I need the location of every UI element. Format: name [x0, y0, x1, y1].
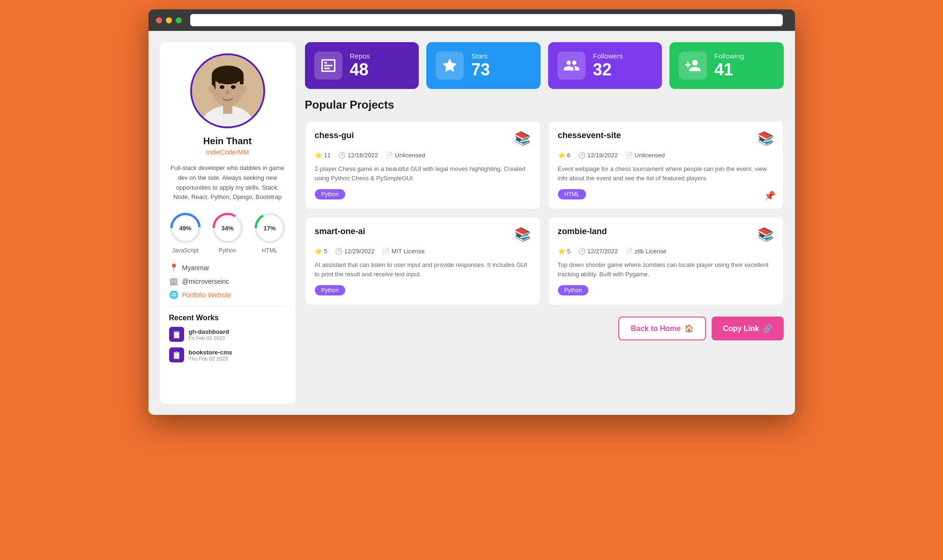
stats-row: Repos 48 Stars 73 [305, 42, 784, 89]
following-label: Following [714, 52, 744, 60]
project-card-chessevent[interactable]: chessevent-site 📚 ⭐ 6 🕐 12/18/2022 [548, 121, 784, 209]
project-icon-zombie: 📚 [757, 227, 774, 242]
tag-zombie: Python [558, 285, 588, 295]
divider [169, 306, 286, 306]
stat-followers[interactable]: Followers 32 [548, 42, 662, 89]
projects-title: Popular Projects [305, 98, 394, 111]
license-val-chessevent: Unlicensed [635, 152, 665, 159]
clock-icon-chess-gui: 🕐 [338, 152, 346, 159]
date-zombie: 🕐 12/27/2022 [578, 248, 618, 255]
skill-javascript: 49% JavaScript [169, 212, 202, 254]
action-buttons: Back to Home 🏠 Copy Link 🔗 [305, 317, 784, 340]
stars-val-chess-gui: 11 [324, 152, 331, 159]
date-val-zombie: 12/27/2022 [587, 248, 618, 255]
skill-label-py: Python [219, 247, 236, 254]
location-text: Myanmar [182, 264, 209, 272]
star-icon-zombie: ⭐ [558, 248, 565, 255]
recent-works-title: Recent Works [169, 314, 286, 322]
project-name-zombie: zombie-land [558, 227, 607, 236]
star-icon-smart-ai: ⭐ [315, 248, 322, 255]
tag-chess-gui: Python [315, 189, 345, 199]
stat-repos[interactable]: Repos 48 [305, 42, 419, 89]
copy-label: Copy Link [723, 324, 759, 333]
project-meta-smart-ai: ⭐ 5 🕐 12/29/2022 📄 MIT License [315, 248, 531, 255]
followers-icon [557, 52, 586, 80]
org-row: 🏢 @microverseinc [169, 277, 286, 286]
project-icon-chessevent: 📚 [757, 131, 774, 146]
projects-section-header: Popular Projects [305, 98, 784, 111]
star-icon-chess-gui: ⭐ [315, 152, 322, 159]
project-header-chess-gui: chess-gui 📚 [315, 131, 531, 146]
following-value: 41 [714, 60, 744, 80]
work-info-bookstore: bookstore-cms Thu Feb 02 2023 [189, 349, 232, 361]
clock-icon-chessevent: 🕐 [578, 152, 586, 159]
stars-val-smart-ai: 5 [324, 248, 327, 255]
clock-icon-zombie: 🕐 [578, 248, 586, 255]
project-card-zombie[interactable]: zombie-land 📚 ⭐ 5 🕐 12/27/2022 [548, 217, 784, 305]
stat-info-repos: Repos 48 [350, 52, 370, 80]
clock-icon-smart-ai: 🕐 [335, 248, 342, 255]
link-icon: 🔗 [763, 324, 772, 333]
license-val-chess-gui: Unlicensed [395, 152, 425, 159]
stars-smart-ai: ⭐ 5 [315, 248, 327, 255]
date-val-chess-gui: 12/18/2022 [348, 152, 378, 159]
project-name-chessevent: chessevent-site [558, 131, 621, 140]
user-name: Hein Thant [203, 136, 252, 147]
stars-icon [436, 52, 464, 80]
stat-following[interactable]: Following 41 [669, 42, 784, 89]
close-dot[interactable] [156, 17, 162, 23]
portfolio-link[interactable]: Portfolio Website [182, 291, 232, 299]
minimize-dot[interactable] [166, 17, 172, 23]
work-name-gh: gh-dashboard [189, 328, 230, 335]
skill-html: 17% HTML [253, 212, 286, 254]
skill-circle-py: 34% [211, 212, 244, 244]
license-val-zombie: zlib License [635, 248, 667, 255]
date-val-chessevent: 12/18/2022 [587, 152, 618, 159]
avatar [190, 53, 265, 128]
skills-container: 49% JavaScript 34% Python [169, 212, 286, 254]
svg-rect-6 [240, 75, 244, 84]
project-icon-chess-gui: 📚 [514, 131, 531, 146]
main-area: Repos 48 Stars 73 [305, 42, 784, 404]
project-header-chessevent: chessevent-site 📚 [558, 131, 774, 146]
back-to-home-button[interactable]: Back to Home 🏠 [618, 317, 706, 340]
license-icon-chessevent: 📄 [625, 152, 633, 159]
project-name-smart-ai: smart-one-ai [315, 227, 365, 236]
copy-link-button[interactable]: Copy Link 🔗 [712, 317, 783, 340]
project-desc-smart-ai: AI assistant that can listen to user inp… [315, 260, 531, 279]
titlebar [149, 9, 795, 31]
stars-chessevent: ⭐ 6 [558, 152, 571, 159]
stat-info-stars: Stars 73 [471, 52, 490, 80]
globe-icon: 🌐 [169, 290, 178, 299]
project-name-chess-gui: chess-gui [315, 131, 354, 140]
url-bar[interactable] [190, 14, 783, 26]
star-icon-chessevent: ⭐ [558, 152, 565, 159]
stars-val-zombie: 5 [567, 248, 571, 255]
license-chessevent: 📄 Unlicensed [625, 152, 665, 159]
svg-point-8 [231, 85, 236, 89]
maximize-dot[interactable] [176, 17, 182, 23]
project-desc-zombie: Top down shooter game where zombies can … [558, 260, 774, 279]
project-card-chess-gui[interactable]: chess-gui 📚 ⭐ 11 🕐 12/18/2022 [305, 121, 541, 209]
stars-zombie: ⭐ 5 [558, 248, 571, 255]
project-card-smart-ai[interactable]: smart-one-ai 📚 ⭐ 5 🕐 12/29/2022 [305, 217, 541, 305]
user-handle: IndieCoderMM [206, 148, 249, 156]
skill-label-js: JavaScript [172, 247, 198, 254]
location-row: 📍 Myanmar [169, 263, 286, 272]
stat-stars[interactable]: Stars 73 [426, 42, 541, 89]
stars-val-chessevent: 6 [567, 152, 571, 159]
repos-value: 48 [350, 60, 370, 80]
license-chess-gui: 📄 Unlicensed [386, 152, 425, 159]
work-info-gh: gh-dashboard Fri Feb 03 2023 [189, 328, 230, 341]
repos-icon [314, 52, 342, 80]
license-icon-zombie: 📄 [625, 248, 633, 255]
stat-info-followers: Followers 32 [593, 52, 623, 80]
avatar-image [192, 55, 263, 126]
recent-work-gh-dashboard: 📋 gh-dashboard Fri Feb 03 2023 [169, 327, 286, 342]
project-desc-chessevent: Event webpage for a chess tournament whe… [558, 164, 774, 183]
portfolio-row: 🌐 Portfolio Website [169, 290, 286, 299]
project-desc-chess-gui: 2-player Chess game in a beautiful GUI w… [315, 164, 531, 183]
tag-chessevent: HTML [558, 189, 587, 199]
sidebar: Hein Thant IndieCoderMM Full-stack devel… [160, 42, 296, 404]
skill-pct-py: 34% [221, 225, 233, 232]
